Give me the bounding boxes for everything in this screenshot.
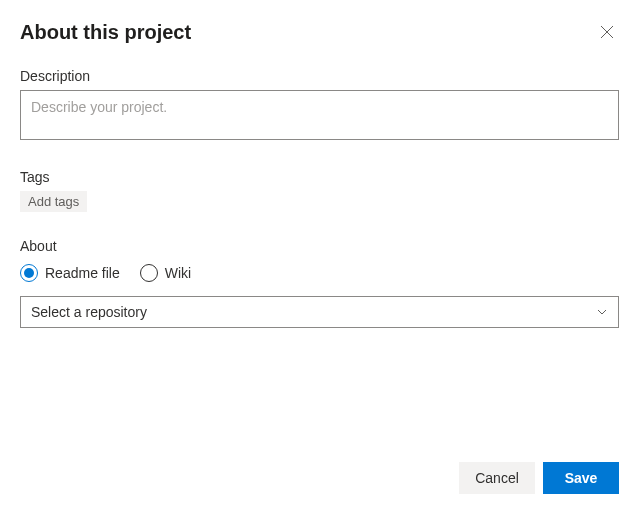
- cancel-button[interactable]: Cancel: [459, 462, 535, 494]
- add-tags-button[interactable]: Add tags: [20, 191, 87, 212]
- radio-wiki[interactable]: Wiki: [140, 264, 191, 282]
- dropdown-placeholder: Select a repository: [31, 304, 147, 320]
- tags-label: Tags: [20, 169, 619, 185]
- close-icon: [600, 25, 614, 39]
- radio-circle-icon: [140, 264, 158, 282]
- close-button[interactable]: [595, 20, 619, 44]
- description-input[interactable]: [20, 90, 619, 140]
- dialog-title: About this project: [20, 21, 191, 44]
- repository-select[interactable]: Select a repository: [20, 296, 619, 328]
- about-label: About: [20, 238, 619, 254]
- radio-circle-icon: [20, 264, 38, 282]
- description-label: Description: [20, 68, 619, 84]
- chevron-down-icon: [596, 306, 608, 318]
- radio-readme-label: Readme file: [45, 265, 120, 281]
- save-button[interactable]: Save: [543, 462, 619, 494]
- radio-wiki-label: Wiki: [165, 265, 191, 281]
- radio-readme[interactable]: Readme file: [20, 264, 120, 282]
